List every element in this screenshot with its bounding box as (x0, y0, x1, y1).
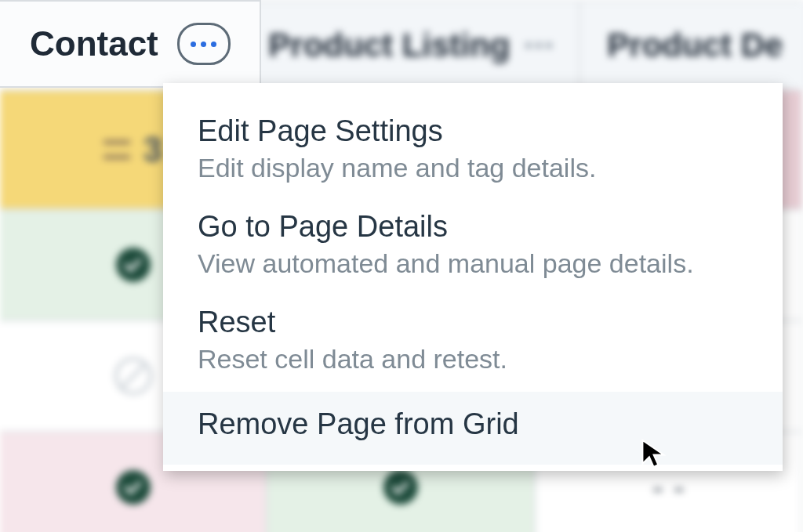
tab-product-detail[interactable]: Product De (580, 2, 803, 89)
more-icon[interactable] (177, 23, 231, 65)
menu-item-title: Go to Page Details (198, 210, 748, 244)
menu-item-title: Edit Page Settings (198, 114, 748, 148)
cell-value: 3 (143, 130, 162, 169)
tab-label: Contact (30, 24, 158, 63)
dash-placeholder: - - (652, 468, 685, 507)
page-context-menu: Edit Page Settings Edit display name and… (163, 83, 783, 471)
tab-contact-active[interactable]: Contact (0, 0, 261, 88)
menu-item-desc: Edit display name and tag details. (198, 153, 748, 183)
tab-label: Product De (607, 27, 783, 64)
list-icon (104, 139, 130, 161)
menu-item-reset[interactable]: Reset Reset cell data and retest. (163, 296, 783, 392)
menu-item-desc: View automated and manual page details. (198, 248, 748, 279)
tab-product-listing[interactable]: Product Listing (242, 2, 580, 89)
menu-item-desc: Reset cell data and retest. (198, 344, 748, 375)
more-icon[interactable] (525, 42, 552, 49)
menu-item-title: Remove Page from Grid (198, 407, 748, 441)
tab-label: Product Listing (268, 27, 510, 64)
menu-item-title: Reset (198, 306, 748, 339)
check-icon (116, 470, 151, 505)
check-icon (383, 470, 418, 505)
null-icon (114, 357, 152, 395)
menu-item-remove-page-from-grid[interactable]: Remove Page from Grid (163, 392, 783, 465)
menu-item-go-to-page-details[interactable]: Go to Page Details View automated and ma… (163, 201, 783, 296)
menu-item-edit-page-settings[interactable]: Edit Page Settings Edit display name and… (163, 105, 783, 201)
check-icon (116, 248, 151, 282)
